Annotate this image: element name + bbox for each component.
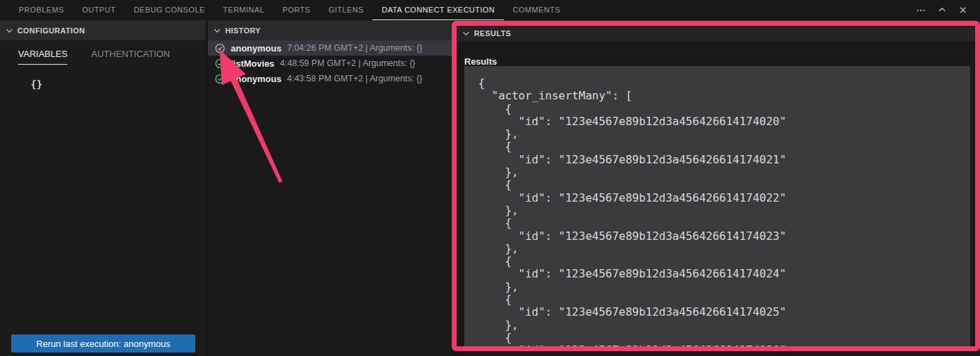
results-panel: RESULTS Results { "actor_insertMany": [ … xyxy=(452,21,980,351)
tab-variables[interactable]: VARIABLES xyxy=(18,49,67,65)
history-item[interactable]: anonymous 4:43:58 PM GMT+2 | Arguments: … xyxy=(208,71,452,86)
results-code-viewer[interactable]: { "actor_insertMany": [ { "id": "123e456… xyxy=(464,66,970,346)
panel-tabs: PROBLEMS OUTPUT DEBUG CONSOLE TERMINAL P… xyxy=(0,0,569,20)
chevron-down-icon xyxy=(6,27,13,35)
results-json-output: { "actor_insertMany": [ { "id": "123e456… xyxy=(464,66,970,346)
tab-output[interactable]: OUTPUT xyxy=(73,0,124,20)
check-circle-icon xyxy=(215,43,225,54)
tab-authentication[interactable]: AUTHENTICATION xyxy=(91,49,170,65)
history-item-meta: 4:43:58 PM GMT+2 | Arguments: {} xyxy=(287,74,423,83)
history-panel: HISTORY anonymous 7:04:26 PM GMT+2 | Arg… xyxy=(206,21,452,356)
chevron-down-icon xyxy=(462,30,470,38)
tab-gitlens[interactable]: GITLENS xyxy=(320,0,373,20)
history-title: HISTORY xyxy=(225,26,261,35)
tab-comments[interactable]: COMMENTS xyxy=(504,0,569,20)
history-item-meta: 7:04:26 PM GMT+2 | Arguments: {} xyxy=(287,43,423,53)
history-item[interactable]: anonymous 7:04:26 PM GMT+2 | Arguments: … xyxy=(208,40,452,56)
panel-actions xyxy=(913,0,980,20)
check-circle-icon xyxy=(215,58,225,69)
history-item-name: anonymous xyxy=(231,74,281,84)
tab-terminal[interactable]: TERMINAL xyxy=(214,0,274,20)
history-section-header[interactable]: HISTORY xyxy=(208,21,452,40)
tab-problems[interactable]: PROBLEMS xyxy=(10,0,73,20)
history-item-meta: 4:48:59 PM GMT+2 | Arguments: {} xyxy=(280,58,416,68)
configuration-title: CONFIGURATION xyxy=(17,26,85,35)
ellipsis-icon[interactable] xyxy=(913,3,929,18)
panel-tab-bar: PROBLEMS OUTPUT DEBUG CONSOLE TERMINAL P… xyxy=(0,0,980,21)
tab-data-connect-execution[interactable]: DATA CONNECT EXECUTION xyxy=(373,0,504,20)
results-title: RESULTS xyxy=(474,29,511,38)
history-item-name: anonymous xyxy=(231,43,281,54)
tab-debug-console[interactable]: DEBUG CONSOLE xyxy=(124,0,213,20)
chevron-down-icon xyxy=(213,27,221,35)
configuration-tabs: VARIABLES AUTHENTICATION xyxy=(0,40,206,65)
close-icon[interactable] xyxy=(955,3,970,18)
results-section-header[interactable]: RESULTS xyxy=(457,26,975,41)
chevron-up-icon[interactable] xyxy=(934,3,949,18)
results-label: Results xyxy=(464,56,980,67)
history-item[interactable]: listMovies 4:48:59 PM GMT+2 | Arguments:… xyxy=(208,56,452,71)
check-circle-icon xyxy=(215,74,225,84)
tab-ports[interactable]: PORTS xyxy=(273,0,319,20)
history-item-name: listMovies xyxy=(231,58,275,69)
configuration-section-header[interactable]: CONFIGURATION xyxy=(0,21,206,40)
rerun-last-execution-button[interactable]: Rerun last execution: anonymous xyxy=(11,334,195,353)
variables-editor[interactable]: {} xyxy=(31,79,206,90)
configuration-panel: CONFIGURATION VARIABLES AUTHENTICATION {… xyxy=(0,21,206,356)
